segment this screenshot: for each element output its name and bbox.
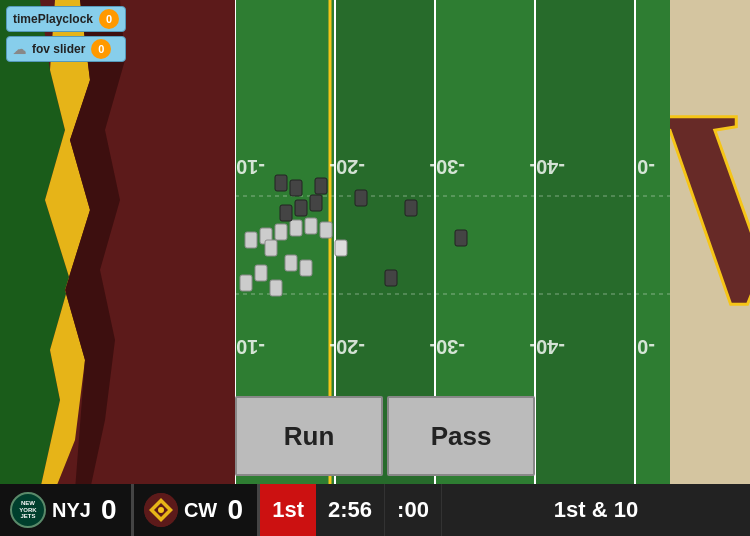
svg-rect-44 — [240, 275, 252, 291]
run-button[interactable]: Run — [235, 396, 383, 476]
svg-text:-40-: -40- — [529, 156, 565, 178]
play-buttons: Run Pass — [235, 396, 535, 476]
svg-text:-20-: -20- — [329, 336, 365, 358]
team1-section: NEW YORKJETS NYJ 0 — [0, 484, 131, 536]
svg-rect-33 — [275, 224, 287, 240]
svg-text:W: W — [670, 50, 750, 361]
svg-point-62 — [158, 507, 164, 513]
team2-section: CW 0 — [134, 484, 257, 536]
team2-score: 0 — [223, 494, 247, 526]
svg-text:-30-: -30- — [429, 156, 465, 178]
situation: 1st & 10 — [554, 497, 638, 523]
fov-value: 0 — [91, 39, 111, 59]
svg-text:-0: -0 — [637, 156, 655, 178]
svg-rect-47 — [280, 205, 292, 221]
svg-text:-10-: -10- — [235, 156, 265, 178]
nyj-logo: NEW YORKJETS — [10, 492, 46, 528]
svg-rect-41 — [300, 260, 312, 276]
svg-rect-37 — [320, 222, 332, 238]
svg-rect-42 — [255, 265, 267, 281]
svg-rect-43 — [270, 280, 282, 296]
svg-rect-53 — [405, 200, 417, 216]
endzone-left — [0, 0, 235, 490]
svg-rect-49 — [315, 178, 327, 194]
svg-text:-40-: -40- — [529, 336, 565, 358]
playclock-control[interactable]: timePlayclock 0 — [6, 6, 126, 32]
team1-score: 0 — [97, 494, 121, 526]
endzone-right: W W — [670, 0, 750, 490]
fov-label: fov slider — [32, 42, 85, 56]
play-clock-box: :00 — [385, 484, 442, 536]
svg-rect-52 — [385, 270, 397, 286]
down-indicator: 1st — [272, 497, 304, 523]
svg-rect-40 — [285, 255, 297, 271]
svg-text:-0: -0 — [637, 336, 655, 358]
play-clock: :00 — [397, 497, 429, 523]
svg-text:-10-: -10- — [235, 336, 265, 358]
svg-rect-46 — [310, 195, 322, 211]
svg-rect-9 — [535, 0, 635, 490]
team2-abbr: CW — [184, 499, 217, 522]
debug-panel: timePlayclock 0 ☁ fov slider 0 — [0, 0, 132, 68]
svg-rect-51 — [355, 190, 367, 206]
svg-rect-35 — [245, 232, 257, 248]
game-clock-box: 2:56 — [316, 484, 385, 536]
svg-rect-54 — [455, 230, 467, 246]
playclock-label: timePlayclock — [13, 12, 93, 26]
svg-rect-48 — [290, 180, 302, 196]
svg-text:-30-: -30- — [429, 336, 465, 358]
svg-rect-50 — [275, 175, 287, 191]
team1-abbr: NYJ — [52, 499, 91, 522]
playclock-value: 0 — [99, 9, 119, 29]
svg-rect-38 — [265, 240, 277, 256]
cw-logo — [144, 493, 178, 527]
svg-rect-45 — [295, 200, 307, 216]
situation-box: 1st & 10 — [442, 484, 750, 536]
game-clock: 2:56 — [328, 497, 372, 523]
pass-button[interactable]: Pass — [387, 396, 535, 476]
scoreboard: NEW YORKJETS NYJ 0 CW 0 1st 2:56 :00 — [0, 484, 750, 536]
svg-rect-36 — [305, 218, 317, 234]
fov-control[interactable]: ☁ fov slider 0 — [6, 36, 126, 62]
cloud-icon: ☁ — [13, 42, 26, 57]
svg-rect-32 — [290, 220, 302, 236]
svg-text:-20-: -20- — [329, 156, 365, 178]
down-box: 1st — [260, 484, 316, 536]
svg-rect-55 — [335, 240, 347, 256]
